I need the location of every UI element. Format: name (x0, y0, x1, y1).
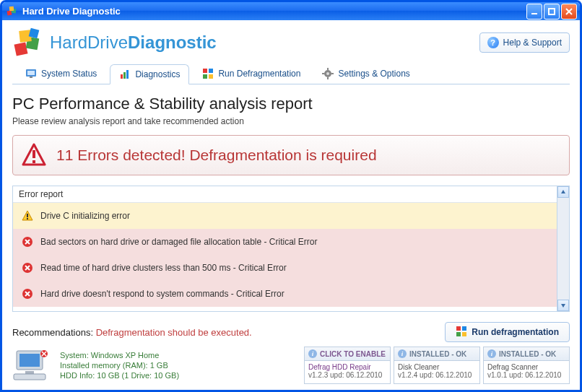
chart-icon (119, 69, 131, 80)
error-text: Drive C initializing error (40, 211, 130, 221)
error-icon (22, 236, 33, 248)
close-button[interactable] (561, 4, 577, 19)
tab-diagnostics[interactable]: Diagnostics (110, 64, 189, 84)
brand-logo (12, 27, 43, 58)
svg-rect-2 (9, 6, 14, 11)
error-row: Drive C initializing error (13, 203, 557, 229)
defrag-icon (456, 326, 467, 339)
scroll-up-button[interactable] (557, 186, 569, 198)
sysinfo-line: System: Windows XP Home (60, 350, 179, 360)
error-text: Bad sectors on hard drive or damaged fil… (40, 237, 318, 247)
error-report-panel: Error report Drive C initializing error … (12, 186, 570, 312)
info-icon: i (398, 349, 407, 358)
svg-rect-3 (531, 13, 537, 14)
tabbar: System Status Diagnostics Run Defragment… (12, 64, 570, 84)
svg-rect-0 (7, 10, 12, 15)
help-label: Help & Support (503, 38, 562, 48)
error-row: Bad sectors on hard drive or damaged fil… (13, 229, 557, 255)
error-caption: Error report (13, 186, 557, 203)
computer-icon (12, 349, 53, 381)
window-controls (526, 4, 577, 19)
tab-label: Run Defragmentation (218, 69, 300, 79)
alert-text: 11 Errors detected! Defragmentation is r… (56, 147, 377, 164)
svg-rect-21 (327, 68, 329, 70)
svg-rect-27 (32, 160, 35, 163)
svg-rect-24 (331, 73, 334, 74)
svg-rect-42 (25, 371, 34, 374)
recommendations-label: Recommendations: (12, 327, 96, 338)
module-version: v1.0.1 upd: 06.12.2010 (487, 371, 565, 379)
svg-rect-17 (203, 74, 207, 79)
svg-rect-10 (27, 71, 35, 75)
module-status-label: INSTALLED - OK (409, 350, 466, 358)
error-row: Read time of hard drive clusters less th… (13, 255, 557, 281)
module-name: Disk Cleaner (398, 363, 476, 371)
sysinfo-line: Installed memory (RAM): 1 GB (60, 360, 179, 370)
module-tile-disk-cleaner[interactable]: i INSTALLED - OK Disk Cleaner v1.2.4 upd… (394, 347, 480, 384)
gear-icon (322, 68, 334, 79)
defrag-icon (202, 68, 214, 79)
module-status-label: INSTALLED - OK (499, 350, 556, 358)
error-icon (22, 262, 33, 274)
svg-rect-43 (14, 374, 45, 380)
svg-rect-11 (30, 77, 32, 78)
svg-rect-14 (126, 70, 129, 79)
content: HardDriveDiagnostic ? Help & Support Sys… (2, 20, 580, 390)
alert-banner: 11 Errors detected! Defragmentation is r… (12, 135, 570, 175)
module-tile-defrag-hdd-repair[interactable]: i CLICK TO ENABLE Defrag HDD Repair v1.2… (304, 347, 391, 384)
module-body: Defrag HDD Repair v1.2.3 upd: 06.12.2010 (305, 361, 390, 381)
module-status: i INSTALLED - OK (484, 347, 569, 361)
minimize-button[interactable] (526, 4, 542, 19)
module-version: v1.2.3 upd: 06.12.2010 (308, 371, 386, 379)
tab-settings[interactable]: Settings & Options (313, 64, 418, 84)
tab-run-defragmentation[interactable]: Run Defragmentation (194, 64, 309, 84)
tab-label: Diagnostics (135, 69, 180, 79)
header: HardDriveDiagnostic ? Help & Support (12, 27, 570, 58)
help-icon: ? (487, 37, 499, 48)
titlebar[interactable]: Hard Drive Diagnostic (2, 2, 580, 20)
svg-rect-41 (19, 354, 40, 367)
svg-rect-13 (123, 72, 126, 79)
scrollbar[interactable] (557, 186, 569, 311)
brand: HardDriveDiagnostic (12, 27, 217, 58)
scroll-down-button[interactable] (557, 300, 569, 311)
module-tile-defrag-scanner[interactable]: i INSTALLED - OK Defrag Scanner v1.0.1 u… (483, 347, 570, 384)
svg-rect-36 (456, 326, 461, 331)
brand-text: HardDriveDiagnostic (50, 32, 217, 53)
run-defragmentation-button[interactable]: Run defragmentation (445, 322, 570, 342)
module-status: i INSTALLED - OK (394, 347, 479, 361)
error-list: Error report Drive C initializing error … (13, 186, 557, 311)
button-label: Run defragmentation (472, 327, 559, 337)
svg-rect-15 (203, 69, 207, 73)
module-name: Defrag Scanner (487, 363, 565, 371)
recommendations-row: Recommendations: Defragmentation should … (12, 322, 570, 342)
module-version: v1.2.4 upd: 06.12.2010 (398, 371, 476, 379)
error-icon (22, 288, 33, 300)
error-row: Hard drive doesn't respond to system com… (13, 281, 557, 307)
tab-label: Settings & Options (338, 69, 409, 79)
module-status: i CLICK TO ENABLE (305, 347, 390, 361)
warning-icon (22, 210, 33, 222)
svg-rect-23 (322, 73, 324, 74)
svg-rect-29 (27, 214, 28, 217)
help-support-button[interactable]: ? Help & Support (479, 32, 570, 53)
svg-rect-16 (209, 69, 213, 73)
window-title: Hard Drive Diagnostic (22, 6, 121, 17)
report-heading: PC Performance & Stability analysis repo… (12, 95, 570, 113)
brand-part2: Diagnostic (128, 32, 217, 52)
app-window: Hard Drive Diagnostic HardDriveDiagnosti… (0, 0, 582, 392)
monitor-icon (25, 68, 37, 79)
svg-rect-38 (456, 332, 461, 336)
svg-rect-37 (462, 326, 466, 331)
sysinfo-text: System: Windows XP Home Installed memory… (60, 350, 179, 380)
svg-rect-12 (121, 74, 123, 79)
svg-rect-39 (462, 332, 466, 336)
info-icon: i (487, 349, 496, 358)
maximize-button[interactable] (544, 4, 560, 19)
recommendations-text: Recommendations: Defragmentation should … (12, 327, 252, 338)
brand-part1: HardDrive (50, 32, 128, 52)
tab-system-status[interactable]: System Status (17, 64, 105, 84)
tab-label: System Status (41, 69, 97, 79)
svg-rect-5 (14, 43, 28, 56)
bottom-row: System: Windows XP Home Installed memory… (12, 347, 570, 384)
